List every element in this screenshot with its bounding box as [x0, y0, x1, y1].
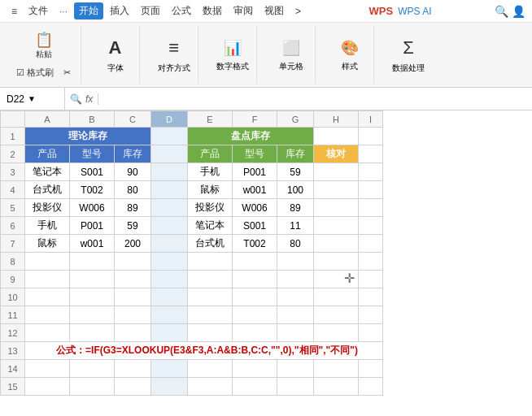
- cell-C4[interactable]: 80: [115, 181, 151, 199]
- cell-F3[interactable]: P001: [233, 163, 277, 181]
- cell-D3[interactable]: [151, 163, 188, 181]
- cell-G14[interactable]: [277, 360, 314, 378]
- cell-A10[interactable]: [25, 288, 70, 306]
- cell-C15[interactable]: [115, 378, 151, 396]
- col-header-E[interactable]: E: [188, 111, 233, 128]
- cell-D1[interactable]: [151, 128, 188, 145]
- cell-I2[interactable]: [359, 145, 383, 163]
- cell-C9[interactable]: [115, 271, 151, 288]
- cell-I9[interactable]: [359, 271, 383, 288]
- cell-E1[interactable]: 盘点库存: [188, 128, 314, 145]
- cell-G3[interactable]: 59: [277, 163, 314, 181]
- cell-G15[interactable]: [277, 378, 314, 396]
- cell-B14[interactable]: [70, 360, 115, 378]
- cell-I3[interactable]: [359, 163, 383, 181]
- cell-B7[interactable]: w001: [70, 235, 115, 253]
- cell-E11[interactable]: [188, 306, 233, 324]
- cell-E7[interactable]: 台式机: [188, 235, 233, 253]
- cell-H15[interactable]: [314, 378, 359, 396]
- col-header-I[interactable]: I: [359, 111, 383, 128]
- cell-F7[interactable]: T002: [233, 235, 277, 253]
- menu-page[interactable]: 页面: [136, 2, 165, 20]
- col-header-B[interactable]: B: [70, 111, 115, 128]
- cell-I10[interactable]: [359, 288, 383, 306]
- menu-home[interactable]: 开始: [74, 2, 103, 20]
- account-icon[interactable]: 👤: [512, 5, 525, 18]
- cell-F5[interactable]: W006: [233, 199, 277, 217]
- sheet-scroll[interactable]: A B C D E F G H I 1 理论库存 盘点库存: [0, 110, 532, 416]
- menu-review[interactable]: 审阅: [229, 2, 258, 20]
- cell-G7[interactable]: 80: [277, 235, 314, 253]
- cell-G9[interactable]: [277, 271, 314, 288]
- cell-H10[interactable]: [314, 288, 359, 306]
- cell-C14[interactable]: [115, 360, 151, 378]
- cell-C7[interactable]: 200: [115, 235, 151, 253]
- menu-data[interactable]: 数据: [198, 2, 227, 20]
- cell-B10[interactable]: [70, 288, 115, 306]
- col-header-D[interactable]: D: [151, 111, 188, 128]
- cell-A11[interactable]: [25, 306, 70, 324]
- cell-G6[interactable]: 11: [277, 217, 314, 235]
- cell-H11[interactable]: [314, 306, 359, 324]
- cell-D5[interactable]: [151, 199, 188, 217]
- cell-C10[interactable]: [115, 288, 151, 306]
- col-header-H[interactable]: H: [314, 111, 359, 128]
- search-icon[interactable]: 🔍: [495, 5, 508, 18]
- cell-B9[interactable]: [70, 271, 115, 288]
- cell-E5[interactable]: 投影仪: [188, 199, 233, 217]
- cell-C11[interactable]: [115, 306, 151, 324]
- cell-A7[interactable]: 鼠标: [25, 235, 70, 253]
- cell-F2[interactable]: 型号: [233, 145, 277, 163]
- cell-D10[interactable]: [151, 288, 188, 306]
- cell-A5[interactable]: 投影仪: [25, 199, 70, 217]
- cell-H8[interactable]: [314, 253, 359, 271]
- cell-H7[interactable]: [314, 235, 359, 253]
- cell-E9[interactable]: [188, 271, 233, 288]
- cell-E12[interactable]: [188, 324, 233, 342]
- cell-C2[interactable]: 库存: [115, 145, 151, 163]
- cell-B6[interactable]: P001: [70, 217, 115, 235]
- col-header-A[interactable]: A: [25, 111, 70, 128]
- cell-H1[interactable]: [314, 128, 359, 145]
- cell-E6[interactable]: 笔记本: [188, 217, 233, 235]
- cell-I7[interactable]: [359, 235, 383, 253]
- cell-F9[interactable]: [233, 271, 277, 288]
- cell-button[interactable]: ⬜: [275, 38, 307, 58]
- cell-D7[interactable]: [151, 235, 188, 253]
- dropdown-icon[interactable]: ▼: [28, 94, 36, 103]
- menu-formula[interactable]: 公式: [167, 2, 196, 20]
- cell-G10[interactable]: [277, 288, 314, 306]
- col-header-G[interactable]: G: [277, 111, 314, 128]
- menu-view[interactable]: 视图: [259, 2, 289, 20]
- cell-G8[interactable]: [277, 253, 314, 271]
- cell-D14[interactable]: [151, 360, 188, 378]
- cell-H6[interactable]: [314, 217, 359, 235]
- cell-I5[interactable]: [359, 199, 383, 217]
- cell-G2[interactable]: 库存: [277, 145, 314, 163]
- cell-A1[interactable]: 理论库存: [25, 128, 151, 145]
- cell-F15[interactable]: [233, 378, 277, 396]
- paste-button[interactable]: 📋 粘贴: [28, 30, 60, 63]
- cell-E4[interactable]: 鼠标: [188, 181, 233, 199]
- cell-B3[interactable]: S001: [70, 163, 115, 181]
- cell-E15[interactable]: [188, 378, 233, 396]
- cell-I11[interactable]: [359, 306, 383, 324]
- cell-H12[interactable]: [314, 324, 359, 342]
- font-button[interactable]: A: [99, 37, 132, 59]
- cell-E10[interactable]: [188, 288, 233, 306]
- cell-G5[interactable]: 89: [277, 199, 314, 217]
- menu-file[interactable]: 文件: [24, 2, 53, 20]
- cell-C12[interactable]: [115, 324, 151, 342]
- cell-I14[interactable]: [359, 360, 383, 378]
- cell-H3[interactable]: [314, 163, 359, 181]
- cell-A4[interactable]: 台式机: [25, 181, 70, 199]
- cell-A15[interactable]: [25, 378, 70, 396]
- cell-reference-box[interactable]: D22 ▼: [0, 88, 65, 110]
- cell-G12[interactable]: [277, 324, 314, 342]
- cell-H5[interactable]: [314, 199, 359, 217]
- cell-I4[interactable]: [359, 181, 383, 199]
- col-header-C[interactable]: C: [115, 111, 151, 128]
- cell-F10[interactable]: [233, 288, 277, 306]
- align-button[interactable]: ≡: [158, 37, 190, 59]
- cell-D4[interactable]: [151, 181, 188, 199]
